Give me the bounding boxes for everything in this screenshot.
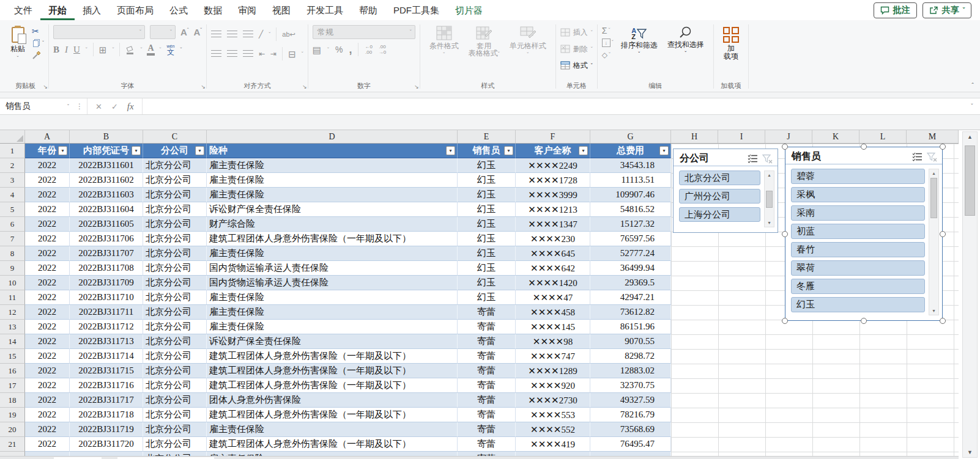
cell-D15[interactable]: 建筑工程团体人身意外伤害保险（一年期及以下）	[207, 349, 458, 364]
scroll-down-icon[interactable]: ▼	[963, 449, 977, 455]
table-header-C[interactable]: 分公司▾	[143, 144, 207, 158]
cell-G18[interactable]: 49327.59	[590, 393, 671, 408]
cell-F9[interactable]: ✕✕✕✕642	[516, 261, 590, 276]
row-header-18[interactable]: 18	[0, 393, 25, 408]
cell-B11[interactable]: 2022BJ311710	[70, 290, 143, 305]
copy-dropdown-icon[interactable]: ˇ	[42, 40, 44, 46]
cell-A7[interactable]: 2022	[25, 232, 70, 246]
row-header-2[interactable]: 2	[0, 158, 25, 173]
cell-F6[interactable]: ✕✕✕✕1347	[516, 217, 590, 232]
cell-A4[interactable]: 2022	[25, 188, 70, 202]
paste-dropdown-icon[interactable]: ˇ	[17, 56, 19, 61]
format-cells-button[interactable]: 格式ˇ	[560, 57, 593, 73]
tab-开发工具[interactable]: 开发工具	[299, 1, 351, 20]
cell-E14[interactable]: 寄蕾	[458, 334, 516, 349]
table-header-G[interactable]: 总费用▾	[590, 144, 671, 158]
cancel-button[interactable]: ✕	[95, 102, 102, 111]
cell-F20[interactable]: ✕✕✕✕552	[516, 422, 590, 437]
selection-handle[interactable]	[940, 231, 946, 237]
cell-D14[interactable]: 诉讼财产保全责任保险	[207, 334, 458, 349]
cell-A20[interactable]: 2022	[25, 422, 70, 437]
slicer-item-春竹[interactable]: 春竹	[791, 242, 925, 257]
col-header-B[interactable]: B	[70, 130, 143, 143]
scroll-down-icon[interactable]: ▾	[765, 220, 774, 226]
expand-formula-bar-icon[interactable]: ˇ	[964, 98, 980, 114]
cell-E12[interactable]: 寄蕾	[458, 305, 516, 320]
selection-handle[interactable]	[861, 144, 867, 150]
scroll-down-icon[interactable]: ▾	[929, 308, 938, 314]
cell-D16[interactable]: 建筑工程团体人身意外伤害保险（一年期及以下）	[207, 364, 458, 378]
collapse-ribbon-icon[interactable]: ˆ	[971, 82, 974, 89]
cell-C18[interactable]: 北京分公司	[143, 393, 207, 408]
tab-开始[interactable]: 开始	[40, 1, 75, 20]
slicer-salesperson[interactable]: 销售员 碧蓉采枫采南初蓝春竹翠荷冬雁幻玉 ▴ ▾	[785, 147, 943, 321]
slicer-item-采枫[interactable]: 采枫	[791, 187, 925, 202]
cell-C16[interactable]: 北京分公司	[143, 364, 207, 378]
cell-E19[interactable]: 寄蕾	[458, 408, 516, 422]
row-header-12[interactable]: 12	[0, 305, 25, 320]
cell-C4[interactable]: 北京分公司	[143, 188, 207, 202]
filter-button-A[interactable]: ▾	[58, 146, 67, 155]
copy-button[interactable]: ˇ	[32, 39, 44, 48]
cell-G8[interactable]: 52777.24	[590, 246, 671, 261]
cell-E4[interactable]: 幻玉	[458, 188, 516, 202]
row-header-10[interactable]: 10	[0, 276, 25, 290]
phonetic-guide-button[interactable]: wén文	[167, 44, 175, 56]
cell-A13[interactable]: 2022	[25, 320, 70, 334]
row-header-4[interactable]: 4	[0, 188, 25, 202]
slicer-item-碧蓉[interactable]: 碧蓉	[791, 169, 925, 184]
cell-D6[interactable]: 财产综合险	[207, 217, 458, 232]
cell-E5[interactable]: 幻玉	[458, 202, 516, 217]
cell-D18[interactable]: 团体人身意外伤害保险	[207, 393, 458, 408]
tab-切片器[interactable]: 切片器	[447, 1, 491, 20]
filter-button-F[interactable]: ▾	[579, 146, 588, 155]
alignment-dialog-launcher-icon[interactable]: ↘	[302, 84, 307, 90]
cell-D10[interactable]: 国内货物运输承运人责任保险	[207, 276, 458, 290]
slicer-item-翠荷[interactable]: 翠荷	[791, 260, 925, 276]
tab-视图[interactable]: 视图	[264, 1, 299, 20]
row-header-11[interactable]: 11	[0, 290, 25, 305]
multi-select-icon[interactable]	[748, 154, 758, 163]
cell-F10[interactable]: ✕✕✕✕1420	[516, 276, 590, 290]
cell-G14[interactable]: 9070.55	[590, 334, 671, 349]
cell-C8[interactable]: 北京分公司	[143, 246, 207, 261]
cell-A12[interactable]: 2022	[25, 305, 70, 320]
slicer-salesperson-scrollbar[interactable]: ▴ ▾	[929, 169, 939, 315]
cell-B5[interactable]: 2022BJ311604	[70, 202, 143, 217]
cell-E17[interactable]: 寄蕾	[458, 378, 516, 393]
cell-F5[interactable]: ✕✕✕✕1213	[516, 202, 590, 217]
cell-G15[interactable]: 8298.72	[590, 349, 671, 364]
clipboard-dialog-launcher-icon[interactable]: ↘	[43, 84, 48, 90]
col-header-L[interactable]: L	[859, 130, 907, 143]
cell-D4[interactable]: 雇主责任保险	[207, 188, 458, 202]
slicer-item-上海分公司[interactable]: 上海分公司	[679, 207, 760, 222]
row-header-8[interactable]: 8	[0, 246, 25, 261]
cell-A10[interactable]: 2022	[25, 276, 70, 290]
cell-C19[interactable]: 北京分公司	[143, 408, 207, 422]
cell-B10[interactable]: 2022BJ311709	[70, 276, 143, 290]
table-header-E[interactable]: 销售员▾	[458, 144, 516, 158]
cell-C3[interactable]: 北京分公司	[143, 173, 207, 188]
cell-G9[interactable]: 36499.94	[590, 261, 671, 276]
cell-C14[interactable]: 北京分公司	[143, 334, 207, 349]
cell-A5[interactable]: 2022	[25, 202, 70, 217]
cell-C7[interactable]: 北京分公司	[143, 232, 207, 246]
cell-A15[interactable]: 2022	[25, 349, 70, 364]
filter-button-B[interactable]: ▾	[132, 146, 141, 155]
row-header-9[interactable]: 9	[0, 261, 25, 276]
cell-B15[interactable]: 2022BJ311714	[70, 349, 143, 364]
cell-B3[interactable]: 2022BJ311602	[70, 173, 143, 188]
cell-F18[interactable]: ✕✕✕✕2730	[516, 393, 590, 408]
scroll-thumb[interactable]	[965, 145, 975, 216]
selection-handle[interactable]	[782, 318, 788, 324]
cell-D21[interactable]: 建筑工程团体人身意外伤害保险（一年期及以下）	[207, 437, 458, 452]
col-header-D[interactable]: D	[207, 130, 458, 143]
cell-A3[interactable]: 2022	[25, 173, 70, 188]
col-header-G[interactable]: G	[590, 130, 671, 143]
cell-E13[interactable]: 寄蕾	[458, 320, 516, 334]
cell-C6[interactable]: 北京分公司	[143, 217, 207, 232]
cell-G4[interactable]: 109907.46	[590, 188, 671, 202]
cell-D20[interactable]: 雇主责任保险	[207, 422, 458, 437]
slicer-item-北京分公司[interactable]: 北京分公司	[679, 171, 760, 185]
cell-B2[interactable]: 2022BJ311601	[70, 158, 143, 173]
